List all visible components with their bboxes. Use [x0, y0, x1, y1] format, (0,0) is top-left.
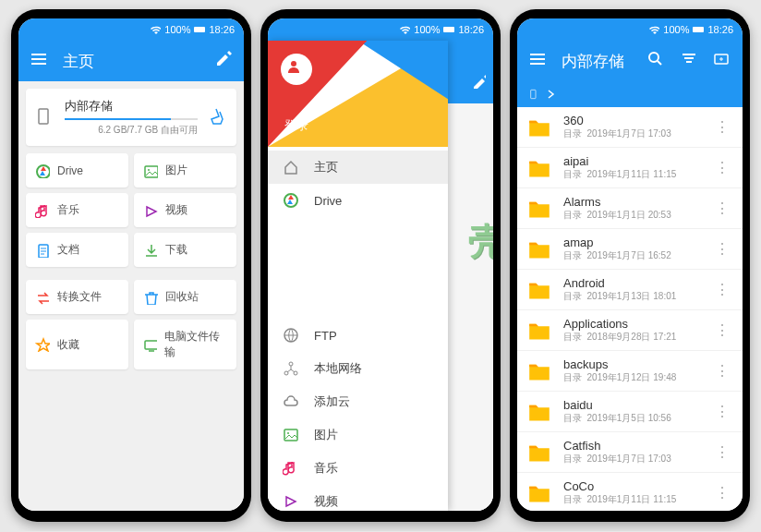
- tile-music[interactable]: 音乐: [26, 193, 128, 227]
- file-meta: 目录 2019年1月5日 10:56: [563, 412, 700, 425]
- drawer-header[interactable]: 登录: [268, 41, 448, 147]
- folder-icon: [526, 320, 552, 342]
- navigation-drawer: 登录 主页DriveFTP本地网络添加云图片音乐视频: [268, 41, 448, 511]
- more-icon[interactable]: ⋮: [711, 118, 733, 136]
- more-icon[interactable]: ⋮: [711, 443, 733, 461]
- folder-icon: [526, 401, 552, 423]
- file-name: CoCo: [563, 479, 700, 493]
- file-row[interactable]: Alarms目录 2019年1月1日 20:53⋮: [517, 188, 743, 229]
- folder-icon: [526, 279, 552, 301]
- drawer-item-drive[interactable]: Drive: [268, 184, 448, 217]
- file-row[interactable]: CoCo目录 2019年1月11日 11:15⋮: [517, 473, 743, 511]
- video-icon: [143, 203, 158, 218]
- more-icon[interactable]: ⋮: [711, 484, 733, 502]
- network-icon: [283, 360, 299, 377]
- more-icon[interactable]: ⋮: [711, 200, 733, 217]
- drive-icon: [283, 192, 299, 209]
- tile-drive[interactable]: Drive: [26, 153, 128, 187]
- more-icon[interactable]: ⋮: [711, 362, 733, 380]
- drawer-item-home[interactable]: 主页: [268, 151, 448, 184]
- wifi-icon: [399, 24, 410, 35]
- more-icon[interactable]: ⋮: [711, 403, 733, 420]
- status-bar: 100% 18:26: [517, 18, 743, 41]
- tile-label: Drive: [57, 164, 83, 177]
- drawer-item-label: 音乐: [314, 460, 338, 477]
- file-name: Alarms: [563, 195, 700, 209]
- tile-label: 图片: [165, 163, 187, 178]
- more-icon[interactable]: ⋮: [711, 240, 733, 258]
- tile-label: 回收站: [165, 289, 199, 305]
- drawer-item-label: 图片: [314, 427, 338, 443]
- file-name: Android: [563, 276, 700, 290]
- sort-icon[interactable]: [680, 50, 698, 72]
- tile-image[interactable]: 图片: [134, 153, 236, 187]
- status-bar: 100% 18:26: [268, 18, 493, 41]
- file-meta: 目录 2019年1月1日 20:53: [563, 209, 700, 222]
- edit-icon[interactable]: [214, 50, 233, 72]
- new-folder-icon[interactable]: [713, 50, 731, 72]
- battery-icon: [443, 24, 454, 35]
- file-name: Catfish: [563, 439, 700, 453]
- tile-label: 下载: [165, 242, 187, 258]
- avatar-icon: [281, 54, 312, 85]
- storage-name: 内部存储: [65, 98, 198, 115]
- drawer-item-globe[interactable]: FTP: [268, 319, 448, 352]
- drawer-item-cloud[interactable]: 添加云: [268, 385, 448, 418]
- drawer-item-music[interactable]: 音乐: [268, 452, 448, 485]
- breadcrumb[interactable]: [517, 81, 743, 107]
- storage-capacity: 6.2 GB/7.7 GB 自由可用: [65, 124, 198, 137]
- page-title: 内部存储: [562, 51, 632, 72]
- menu-icon[interactable]: [528, 50, 547, 72]
- tile-transfer[interactable]: 转换文件: [26, 280, 128, 314]
- folder-icon: [526, 482, 552, 504]
- wifi-icon: [648, 24, 659, 35]
- star-icon: [35, 337, 50, 352]
- login-label[interactable]: 登录: [284, 117, 308, 134]
- app-bar: 主页: [18, 41, 244, 81]
- file-meta: 目录 2019年1月11日 11:15: [563, 168, 700, 181]
- file-row[interactable]: aipai目录 2019年1月11日 11:15⋮: [517, 148, 743, 188]
- drawer-item-video[interactable]: 视频: [268, 485, 448, 511]
- tile-pc[interactable]: 电脑文件传输: [134, 320, 236, 369]
- file-row[interactable]: baidu目录 2019年1月5日 10:56⋮: [517, 392, 743, 432]
- image-icon: [283, 427, 299, 443]
- more-icon[interactable]: ⋮: [711, 159, 733, 176]
- file-meta: 目录 2019年1月7日 17:03: [563, 453, 700, 466]
- drawer-item-label: Drive: [314, 194, 342, 208]
- file-row[interactable]: Catfish目录 2019年1月7日 17:03⋮: [517, 432, 743, 473]
- file-meta: 目录 2019年1月7日 16:52: [563, 249, 700, 262]
- tile-star[interactable]: 收藏: [26, 320, 128, 369]
- tile-download[interactable]: 下载: [134, 233, 236, 267]
- search-icon[interactable]: [646, 50, 665, 72]
- tile-doc[interactable]: 文档: [26, 233, 128, 267]
- file-row[interactable]: 360目录 2019年1月7日 17:03⋮: [517, 107, 743, 148]
- drawer-item-label: FTP: [314, 329, 337, 343]
- drawer-item-label: 添加云: [314, 393, 350, 410]
- file-name: 360: [563, 114, 700, 127]
- file-row[interactable]: amap目录 2019年1月7日 16:52⋮: [517, 229, 743, 270]
- tile-trash[interactable]: 回收站: [134, 280, 236, 314]
- drawer-item-network[interactable]: 本地网络: [268, 352, 448, 385]
- folder-icon: [526, 441, 552, 464]
- more-icon[interactable]: ⋮: [711, 321, 733, 339]
- battery-icon: [693, 24, 704, 35]
- menu-icon[interactable]: [30, 50, 48, 72]
- storage-card[interactable]: 内部存储 6.2 GB/7.7 GB 自由可用: [26, 89, 236, 146]
- battery-pct: 100%: [164, 24, 190, 35]
- trash-icon: [143, 290, 158, 305]
- edit-icon: [471, 74, 486, 89]
- file-name: Applications: [563, 317, 700, 331]
- image-icon: [143, 163, 158, 178]
- transfer-icon: [35, 290, 50, 305]
- file-row[interactable]: backups目录 2019年1月12日 19:48⋮: [517, 351, 743, 392]
- folder-icon: [526, 116, 552, 139]
- file-row[interactable]: Android目录 2019年1月13日 18:01⋮: [517, 270, 743, 310]
- battery-icon: [194, 24, 205, 35]
- tile-label: 电脑文件传输: [164, 329, 227, 360]
- file-row[interactable]: Applications目录 2018年9月28日 17:21⋮: [517, 310, 743, 351]
- clean-icon[interactable]: [207, 107, 227, 127]
- tile-video[interactable]: 视频: [134, 193, 236, 227]
- drawer-item-image[interactable]: 图片: [268, 418, 448, 452]
- wifi-icon: [150, 24, 161, 35]
- more-icon[interactable]: ⋮: [711, 281, 733, 298]
